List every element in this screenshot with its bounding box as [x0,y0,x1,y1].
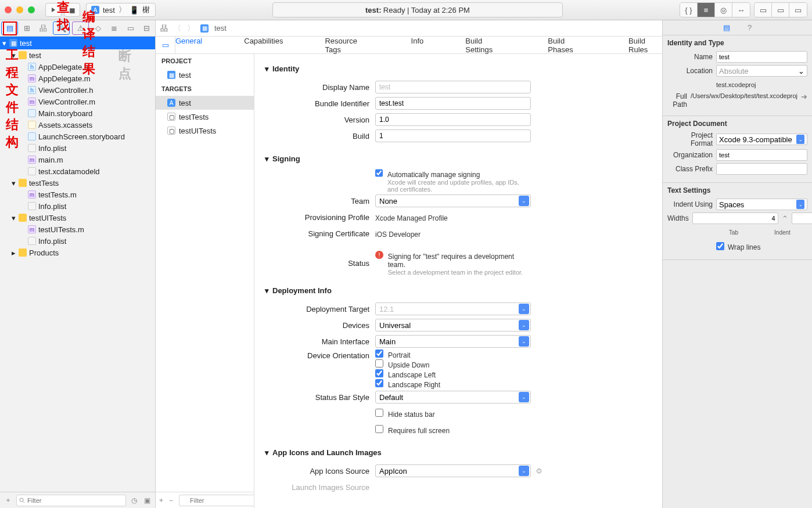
scm-filter-icon[interactable]: ▣ [142,496,152,505]
version-field[interactable] [375,113,531,126]
file-row[interactable]: Main.storyboard [0,107,155,119]
project-root-row[interactable]: ▦ test [0,37,155,49]
nav-report-icon[interactable]: ⊟ [139,20,155,36]
quick-help-tab-icon[interactable]: ? [748,23,752,32]
deployment-section-header[interactable]: ▾ Deployment Info [265,286,652,295]
add-file-button[interactable]: + [3,496,13,505]
back-button[interactable]: 〈 [174,23,181,34]
identity-section-header[interactable]: ▾ Identity [265,64,652,73]
file-row[interactable]: Assets.xcassets [0,119,155,131]
target-item[interactable]: ▢testTests [156,110,254,124]
config-tab-build-phases[interactable]: Build Phases [548,37,587,54]
config-tab-general[interactable]: General [175,37,202,54]
insp-location-select[interactable]: Absolute⌄ [716,65,807,77]
nav-breakpoint-icon[interactable]: ▭ [123,20,139,36]
settings-pane: ▾ Identity Display Name Bundle Identifie… [254,54,662,508]
forward-button[interactable]: 〉 [187,23,195,34]
file-row[interactable]: Info.plist [0,235,155,247]
stop-button[interactable]: ◼ [64,3,80,17]
toggle-inspector[interactable]: ▭ [789,3,807,17]
recent-filter-icon[interactable]: ◷ [130,496,139,505]
nav-test-icon[interactable]: ◇ [90,20,106,36]
target-list-toggle[interactable]: ▭ [156,37,175,54]
devices-select[interactable]: Universal⌄ [375,319,531,332]
code-snippets-button[interactable]: { } [680,3,698,17]
organization-field[interactable] [716,149,807,161]
upside-down-checkbox[interactable] [375,359,383,368]
file-row[interactable]: mmain.m [0,154,155,165]
file-row[interactable]: mtestTests.m [0,189,155,200]
insp-name-field[interactable] [716,51,807,63]
remove-target-button[interactable]: − [169,496,173,505]
reveal-in-finder-icon[interactable]: ➜ [801,92,807,101]
wrap-lines-checkbox[interactable] [716,242,724,250]
app-icons-section-header[interactable]: ▾ App Icons and Launch Images [265,448,652,457]
run-button[interactable] [45,3,62,17]
auto-signing-checkbox[interactable] [375,169,383,177]
file-row[interactable]: test.xcdatamodeld [0,165,155,177]
tab-width-field[interactable] [692,212,778,224]
assistant-editor-button[interactable]: ◎ [715,3,732,17]
minimize-window[interactable] [16,6,23,13]
related-items-icon[interactable]: 品 [160,23,168,34]
status-bar-style-select[interactable]: Default⌄ [375,391,531,403]
file-row[interactable]: LaunchScreen.storyboard [0,131,155,142]
toggle-navigator[interactable]: ▭ [754,3,772,17]
version-editor-button[interactable]: ↔ [732,3,750,17]
landscape-left-checkbox[interactable] [375,369,383,377]
indent-width-field[interactable] [792,212,812,224]
jump-bar[interactable]: 品 〈 〉 ▦ test [156,20,662,37]
app-icon-source-select[interactable]: AppIcon⌄ [375,464,531,477]
activity-area: test: Ready | Today at 2:26 PM [161,2,674,17]
config-tab-capabilities[interactable]: Capabilities [244,37,283,54]
file-row[interactable]: Info.plist [0,142,155,154]
navigator-filter-input[interactable] [16,495,126,506]
hide-status-bar-checkbox[interactable] [375,409,383,417]
nav-project-icon[interactable]: ▤ [1,21,18,35]
class-prefix-field[interactable] [716,163,807,175]
zoom-window[interactable] [28,6,35,13]
project-format-select[interactable]: Xcode 9.3-compatible⌄ [716,134,807,145]
build-field[interactable] [375,129,531,142]
config-tab-build-rules[interactable]: Build Rules [628,37,662,54]
nav-debug-icon[interactable]: ≣ [106,20,123,36]
nav-symbol-icon[interactable]: 品 [35,20,52,36]
landscape-right-checkbox[interactable] [375,379,383,387]
team-select[interactable]: None⌄ [375,194,531,207]
toggle-debug[interactable]: ▭ [772,3,789,17]
add-target-button[interactable]: + [159,496,163,505]
project-item[interactable]: ▦test [156,68,254,82]
file-row[interactable]: testUITests [0,212,155,224]
config-tab-resource-tags[interactable]: Resource Tags [325,37,369,54]
file-row[interactable]: Info.plist [0,200,155,212]
config-tab-build-settings[interactable]: Build Settings [465,37,506,54]
config-tab-info[interactable]: Info [411,37,424,54]
target-filter-input[interactable] [179,495,254,506]
main-interface-select[interactable]: Main⌄ [375,335,531,348]
file-row[interactable]: mAppDelegate.m [0,73,155,84]
file-row[interactable]: hViewController.h [0,84,155,96]
indent-using-select[interactable]: Spaces⌄ [716,199,807,210]
nav-issue-icon[interactable]: ⚠ [72,21,89,35]
target-item[interactable]: Atest [156,96,254,110]
display-name-field[interactable] [375,81,531,93]
requires-full-screen-checkbox[interactable] [375,425,383,433]
file-row[interactable]: test [0,49,155,61]
portrait-checkbox[interactable] [375,350,383,358]
nav-find-icon[interactable]: 🔍 [53,21,70,35]
app-icon-action-button[interactable]: ⊙ [534,467,544,475]
file-row[interactable]: mtestUITests.m [0,224,155,235]
file-inspector-tab-icon[interactable]: ▤ [723,23,730,32]
bundle-id-field[interactable] [375,97,531,110]
deployment-target-select[interactable]: 12.1⌄ [375,302,531,315]
target-item[interactable]: ▢testUITests [156,124,254,138]
file-row[interactable]: Products [0,247,155,258]
scheme-selector[interactable]: A test 〉 📱 榭 [86,3,156,17]
signing-section-header[interactable]: ▾ Signing [265,154,652,163]
file-row[interactable]: hAppDelegate.h [0,61,155,73]
file-row[interactable]: testTests [0,177,155,189]
standard-editor-button[interactable]: ≡ [698,3,715,17]
close-window[interactable] [5,6,12,13]
nav-source-control-icon[interactable]: ⊞ [19,20,35,36]
file-row[interactable]: mViewController.m [0,96,155,107]
